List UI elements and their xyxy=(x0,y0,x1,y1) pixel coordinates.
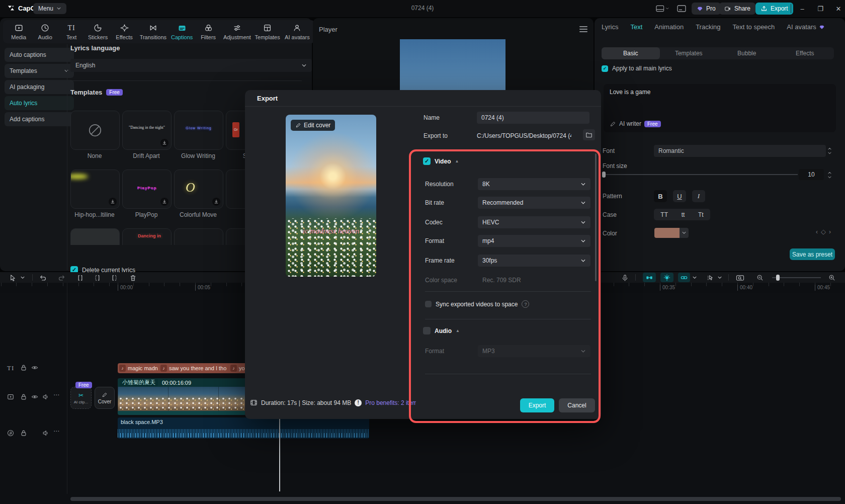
tab-text[interactable]: Text xyxy=(630,23,642,31)
font-size-stepper[interactable] xyxy=(826,169,833,181)
bitrate-select[interactable]: Recommended xyxy=(478,197,590,209)
timeline-zoom-slider[interactable] xyxy=(772,277,821,278)
collapse-caret-icon[interactable]: ▲ xyxy=(455,159,459,163)
video-section-row[interactable]: ✓ Video ▲ xyxy=(423,157,459,165)
record-voiceover-button[interactable] xyxy=(619,273,630,282)
delete-button[interactable] xyxy=(127,273,138,282)
subtab-bubble[interactable]: Bubble xyxy=(718,47,776,59)
codec-select[interactable]: HEVC xyxy=(478,216,590,228)
ribbon-item-captions[interactable]: Captions xyxy=(169,24,194,40)
auto-snap-button[interactable] xyxy=(660,273,673,282)
cover-button[interactable]: Cover xyxy=(95,387,115,409)
sidebar-item-auto-lyrics[interactable]: Auto lyrics xyxy=(5,96,74,110)
checkbox-checked-icon[interactable]: ✓ xyxy=(423,157,431,165)
zoom-out-button[interactable] xyxy=(754,273,766,282)
player-menu-icon[interactable] xyxy=(579,25,587,34)
link-dropdown[interactable] xyxy=(691,273,698,282)
keyframe-next-icon[interactable]: › xyxy=(829,228,831,235)
share-button[interactable]: Share xyxy=(719,3,755,15)
dialog-export-button[interactable]: Export xyxy=(520,398,554,412)
template-card-hiphop[interactable] xyxy=(70,170,120,209)
dialog-scrollbar[interactable] xyxy=(595,153,597,281)
timeline-scrollbar[interactable] xyxy=(70,497,841,501)
font-select[interactable]: Romantic xyxy=(654,145,826,157)
collapse-caret-icon[interactable]: ▲ xyxy=(456,328,460,333)
slider-handle[interactable] xyxy=(776,275,780,281)
close-button[interactable]: ✕ xyxy=(833,3,844,14)
subtab-basic[interactable]: Basic xyxy=(602,47,660,59)
font-stepper[interactable] xyxy=(826,145,833,157)
case-lower-button[interactable]: tt xyxy=(682,211,685,218)
minimize-button[interactable]: – xyxy=(797,3,808,14)
keyframe-diamond-icon[interactable]: ◇ xyxy=(821,228,826,235)
layout-toggle-icon[interactable] xyxy=(656,4,669,14)
selection-mode-button[interactable] xyxy=(704,273,715,282)
color-swatch[interactable] xyxy=(654,228,680,238)
ribbon-item-templates[interactable]: Templates xyxy=(253,24,281,40)
tab-ai-avatars[interactable]: AI avatars xyxy=(787,23,825,31)
apply-all-row[interactable]: ✓ Apply to all main lyrics xyxy=(602,65,672,72)
sidebar-item-ai-packaging[interactable]: AI packaging xyxy=(5,80,74,94)
lock-icon[interactable] xyxy=(20,430,27,437)
help-icon[interactable]: ? xyxy=(522,300,529,308)
bold-button[interactable]: B xyxy=(654,190,667,202)
lock-icon[interactable] xyxy=(20,393,27,400)
template-card-colorful-move[interactable]: O xyxy=(174,170,223,209)
template-card-partial[interactable] xyxy=(174,228,223,245)
ribbon-item-stickers[interactable]: Stickers xyxy=(85,24,110,40)
delete-right-button[interactable] xyxy=(109,273,120,282)
case-title-button[interactable]: Tt xyxy=(698,211,704,218)
lyric-clip[interactable]: ♪ saw you there and I tho xyxy=(159,363,232,373)
font-size-slider[interactable] xyxy=(603,174,798,175)
eye-icon[interactable] xyxy=(31,393,38,400)
pro-button[interactable]: Pro xyxy=(692,3,721,15)
export-button[interactable]: Export xyxy=(755,3,793,15)
audio-clip[interactable]: black space.MP3 xyxy=(118,417,369,439)
case-upper-button[interactable]: TT xyxy=(660,211,668,218)
template-card-partial[interactable]: Dancing in xyxy=(122,228,172,245)
name-input[interactable]: 0724 (4) xyxy=(477,112,589,124)
resolution-select[interactable]: 8K xyxy=(478,178,590,190)
undo-button[interactable] xyxy=(37,273,48,282)
audio-section-row[interactable]: Audio ▲ xyxy=(423,327,460,334)
save-as-preset-button[interactable]: Save as preset xyxy=(790,248,835,260)
template-card-drift-apart[interactable]: "Dancing in the night" xyxy=(122,111,172,150)
delete-left-button[interactable] xyxy=(92,273,103,282)
zoom-in-button[interactable] xyxy=(826,273,837,282)
language-select[interactable]: English xyxy=(70,59,312,72)
more-options-icon[interactable]: ⋯ xyxy=(53,428,60,435)
edit-cover-button[interactable]: Edit cover xyxy=(291,120,335,131)
slider-handle[interactable] xyxy=(602,172,606,178)
more-options-icon[interactable]: ⋯ xyxy=(53,391,60,398)
ribbon-item-filters[interactable]: Filters xyxy=(196,24,221,40)
ribbon-item-ai-avatars[interactable]: AI avatars xyxy=(283,24,312,40)
select-tool-dropdown[interactable] xyxy=(19,273,26,282)
lyric-text-value[interactable]: Love is a game xyxy=(610,89,650,96)
panel-layout-icon[interactable] xyxy=(675,4,688,14)
selection-mode-dropdown[interactable] xyxy=(716,273,723,282)
font-size-value[interactable]: 10 xyxy=(799,169,824,180)
checkbox-unchecked-icon[interactable] xyxy=(425,301,432,307)
eye-icon[interactable] xyxy=(31,364,38,371)
ai-clip-button[interactable]: ✂ AI clip... xyxy=(70,387,92,409)
template-card-none[interactable] xyxy=(70,111,120,150)
sidebar-item-add-captions[interactable]: Add captions xyxy=(5,112,74,126)
sync-space-row[interactable]: Sync exported videos to space ? xyxy=(425,300,529,308)
pro-benefits-link[interactable]: Pro benefits: 2 items xyxy=(365,399,416,406)
sidebar-item-auto-captions[interactable]: Auto captions xyxy=(5,48,74,62)
subtab-templates[interactable]: Templates xyxy=(660,47,718,59)
checkbox-checked-icon[interactable]: ✓ xyxy=(602,65,608,72)
lock-icon[interactable] xyxy=(20,364,27,371)
ribbon-item-audio[interactable]: Audio xyxy=(32,24,57,40)
speaker-icon[interactable] xyxy=(42,393,49,400)
underline-button[interactable]: U xyxy=(673,190,686,202)
ribbon-item-media[interactable]: Media xyxy=(6,24,31,40)
ribbon-item-adjustment[interactable]: Adjustment xyxy=(222,24,252,40)
template-card-partial[interactable] xyxy=(70,228,120,245)
keyframe-prev-icon[interactable]: ‹ xyxy=(816,228,818,235)
template-card-glow-writing[interactable]: Glow Writing xyxy=(174,111,223,150)
maximize-button[interactable]: ❐ xyxy=(815,3,826,14)
redo-button[interactable] xyxy=(56,273,67,282)
tab-lyrics[interactable]: Lyrics xyxy=(602,23,618,31)
ai-writer-button[interactable]: AI writer Free xyxy=(610,120,661,127)
